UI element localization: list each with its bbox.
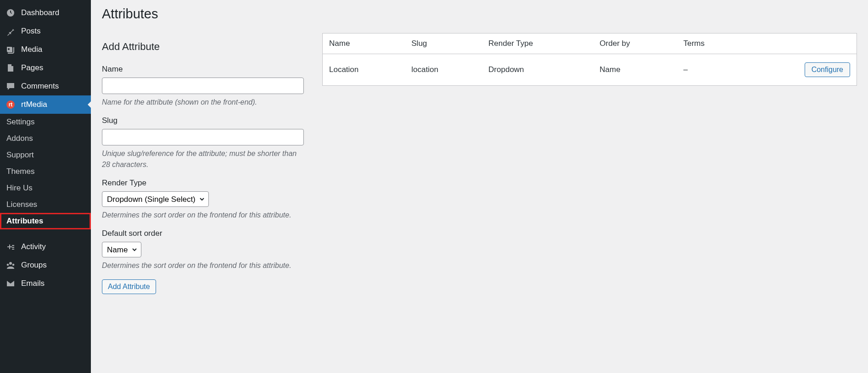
sidebar-subitem-licenses[interactable]: Licenses: [0, 196, 91, 213]
render-type-select[interactable]: Dropdown (Single Select): [102, 191, 209, 207]
name-hint: Name for the attribute (shown on the fro…: [102, 97, 304, 108]
media-icon: [6, 45, 16, 54]
sidebar-subitem-themes[interactable]: Themes: [0, 163, 91, 180]
sidebar-item-emails[interactable]: Emails: [0, 274, 91, 293]
sidebar-item-label: Pages: [21, 63, 43, 72]
form-column: Attributes Add Attribute Name Name for t…: [102, 6, 304, 294]
cell-orderby: Name: [593, 54, 677, 86]
cell-terms: –: [677, 54, 743, 86]
form-subtitle: Add Attribute: [102, 41, 304, 53]
sort-order-hint: Determines the sort order on the fronten…: [102, 260, 304, 271]
sidebar-item-label: Activity: [21, 242, 46, 251]
sidebar-item-label: Posts: [21, 27, 41, 36]
table-row: Location location Dropdown Name – Config…: [323, 54, 857, 86]
sidebar-subitem-hireus[interactable]: Hire Us: [0, 180, 91, 196]
cell-rendertype: Dropdown: [482, 54, 593, 86]
field-sort-order: Default sort order Name Determines the s…: [102, 229, 304, 271]
name-label: Name: [102, 65, 304, 74]
svg-point-3: [7, 264, 9, 266]
render-type-hint: Determines the sort order on the fronten…: [102, 210, 304, 221]
cell-name: Location: [323, 54, 405, 86]
slug-input[interactable]: [102, 129, 304, 145]
th-rendertype[interactable]: Render Type: [482, 33, 593, 54]
sidebar-subitem-attributes[interactable]: Attributes: [0, 213, 91, 229]
sidebar-item-posts[interactable]: Posts: [0, 22, 91, 40]
sidebar-subitem-settings[interactable]: Settings: [0, 114, 91, 130]
sort-order-label: Default sort order: [102, 229, 304, 238]
plus-icon: [6, 242, 16, 251]
field-render-type: Render Type Dropdown (Single Select) Det…: [102, 178, 304, 221]
field-slug: Slug Unique slug/reference for the attri…: [102, 116, 304, 170]
sort-order-select[interactable]: Name: [102, 242, 141, 257]
render-type-label: Render Type: [102, 178, 304, 188]
add-attribute-button[interactable]: Add Attribute: [102, 279, 156, 294]
groups-icon: [6, 261, 16, 270]
svg-point-4: [12, 264, 15, 266]
th-orderby[interactable]: Order by: [593, 33, 677, 54]
name-input[interactable]: [102, 78, 304, 94]
th-terms[interactable]: Terms: [677, 33, 743, 54]
sidebar-item-label: Dashboard: [21, 8, 59, 17]
configure-button[interactable]: Configure: [805, 62, 850, 77]
sidebar-subitem-addons[interactable]: Addons: [0, 130, 91, 147]
slug-hint: Unique slug/reference for the attribute;…: [102, 148, 304, 170]
sidebar-item-label: Emails: [21, 279, 45, 288]
sidebar-item-groups[interactable]: Groups: [0, 256, 91, 274]
sidebar-item-rtmedia[interactable]: rt rtMedia: [0, 95, 91, 114]
svg-point-2: [9, 262, 12, 265]
table-header-row: Name Slug Render Type Order by Terms: [323, 33, 857, 54]
sidebar-item-comments[interactable]: Comments: [0, 77, 91, 95]
page-icon: [6, 63, 16, 72]
page-title: Attributes: [102, 6, 304, 22]
svg-text:rt: rt: [9, 101, 13, 108]
gauge-icon: [6, 8, 16, 17]
admin-sidebar: Dashboard Posts Media Pages Comments rt …: [0, 0, 91, 373]
th-name[interactable]: Name: [323, 33, 405, 54]
sidebar-item-label: Media: [21, 45, 42, 54]
sidebar-item-label: Comments: [21, 82, 59, 91]
attributes-table: Name Slug Render Type Order by Terms Loc…: [322, 33, 857, 86]
comment-icon: [6, 82, 16, 91]
sidebar-item-media[interactable]: Media: [0, 40, 91, 59]
sidebar-item-dashboard[interactable]: Dashboard: [0, 4, 91, 22]
pin-icon: [6, 27, 16, 36]
rtmedia-icon: rt: [6, 100, 16, 109]
table-column: Name Slug Render Type Order by Terms Loc…: [322, 6, 857, 86]
mail-icon: [6, 279, 16, 288]
th-slug[interactable]: Slug: [405, 33, 482, 54]
sidebar-item-label: Groups: [21, 261, 47, 270]
sidebar-item-label: rtMedia: [21, 100, 47, 109]
slug-label: Slug: [102, 116, 304, 125]
sidebar-item-activity[interactable]: Activity: [0, 238, 91, 256]
sidebar-subitem-support[interactable]: Support: [0, 147, 91, 163]
cell-slug: location: [405, 54, 482, 86]
field-name: Name Name for the attribute (shown on th…: [102, 65, 304, 108]
main-content: Attributes Add Attribute Name Name for t…: [91, 0, 868, 373]
sidebar-item-pages[interactable]: Pages: [0, 59, 91, 77]
